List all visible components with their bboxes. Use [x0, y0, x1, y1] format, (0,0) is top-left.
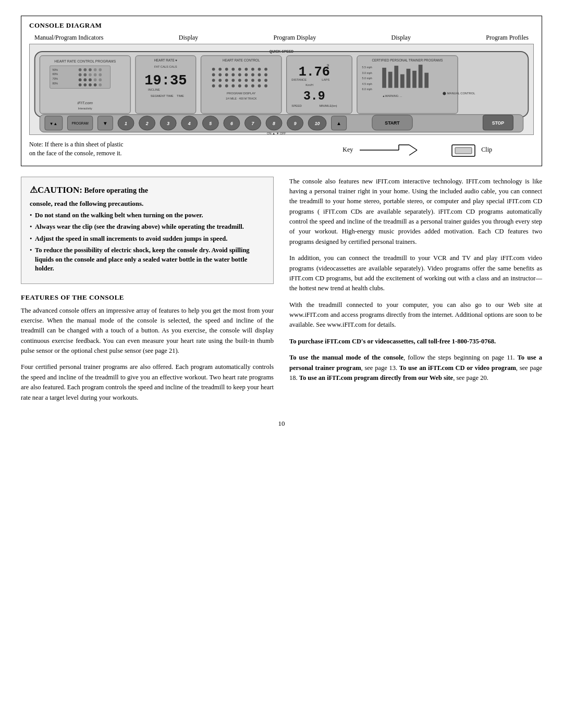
features-title: FEATURES OF THE CONSOLE: [21, 293, 274, 302]
svg-point-41: [225, 68, 228, 71]
svg-text:9: 9: [294, 121, 297, 126]
svg-text:▼: ▼: [103, 120, 108, 126]
svg-text:3.0 mph: 3.0 mph: [362, 71, 372, 75]
caution-title: ⚠CAUTION: Before operating the: [30, 184, 265, 195]
caution-bullet-4: To reduce the possibility of electric sh…: [30, 246, 265, 274]
svg-text:6.0 mph: 6.0 mph: [362, 88, 372, 91]
left-column: ⚠CAUTION: Before operating the console, …: [21, 177, 274, 409]
svg-point-55: [218, 84, 222, 88]
svg-text:SEGMENT TIME: SEGMENT TIME: [151, 94, 174, 97]
key-icon: [357, 142, 420, 158]
svg-point-43: [238, 68, 241, 71]
svg-text:3: 3: [167, 121, 169, 126]
svg-point-47: [231, 73, 235, 77]
svg-point-10: [89, 68, 92, 71]
svg-point-68: [264, 68, 267, 71]
svg-text:INCLINE: INCLINE: [148, 88, 160, 91]
svg-point-12: [99, 68, 102, 71]
clip-icon: [451, 142, 477, 158]
label-manual-program: Manual/Program Indicators: [34, 34, 103, 42]
svg-text:TIME: TIME: [177, 94, 184, 97]
svg-point-73: [258, 84, 261, 88]
svg-text:HEART RATE ♥: HEART RATE ♥: [154, 58, 178, 62]
right-para-3: With the treadmill connected to your com…: [289, 300, 542, 330]
svg-text:▲: ▲: [336, 120, 341, 126]
svg-point-16: [94, 73, 97, 77]
svg-point-42: [231, 68, 235, 71]
svg-point-26: [94, 83, 97, 87]
svg-point-18: [79, 78, 82, 81]
svg-text:6: 6: [230, 121, 233, 126]
caution-rest: Before operating the: [84, 187, 148, 194]
svg-point-52: [231, 79, 235, 82]
svg-point-70: [264, 73, 267, 77]
right-column: The console also features new iFIT.com i…: [289, 177, 542, 409]
svg-point-74: [264, 84, 267, 88]
svg-rect-94: [388, 72, 393, 88]
svg-text:4: 4: [188, 121, 191, 126]
svg-text:Km/H: Km/H: [305, 83, 313, 87]
svg-point-19: [83, 78, 87, 81]
svg-point-64: [251, 79, 254, 82]
svg-point-45: [218, 73, 222, 77]
svg-text:1.76: 1.76: [299, 65, 330, 80]
svg-rect-97: [407, 69, 411, 88]
svg-point-60: [251, 68, 254, 71]
svg-text:5.0 mph: 5.0 mph: [362, 77, 372, 80]
console-diagram-title: CONSOLE DIAGRAM: [29, 21, 534, 30]
svg-rect-95: [394, 66, 398, 88]
svg-point-67: [258, 68, 261, 71]
svg-point-25: [89, 83, 92, 87]
svg-text:50%: 50%: [52, 68, 58, 71]
svg-text:ON ▲  ▼ OFF: ON ▲ ▼ OFF: [267, 132, 286, 134]
svg-point-44: [212, 73, 215, 77]
svg-point-17: [99, 73, 102, 77]
label-display-left: Display: [179, 34, 198, 42]
svg-rect-96: [400, 75, 405, 88]
svg-point-50: [218, 79, 222, 82]
svg-text:⬤ MANUAL CONTROL: ⬤ MANUAL CONTROL: [443, 92, 475, 95]
caution-box: ⚠CAUTION: Before operating the console, …: [21, 177, 274, 284]
svg-text:HEART RATE CONTROL PROGRAMS: HEART RATE CONTROL PROGRAMS: [54, 59, 116, 63]
right-para-1: The console also features new iFIT.com i…: [289, 177, 542, 248]
svg-text:1: 1: [125, 121, 127, 126]
caution-warning-word: ⚠CAUTION:: [30, 185, 82, 195]
svg-point-63: [244, 79, 248, 82]
svg-text:19:35: 19:35: [144, 72, 187, 89]
svg-rect-99: [419, 65, 423, 88]
svg-point-23: [79, 83, 82, 87]
svg-text:3.9: 3.9: [303, 90, 325, 103]
svg-text:START: START: [385, 120, 400, 126]
svg-rect-98: [412, 71, 417, 88]
svg-text:10: 10: [315, 121, 320, 126]
label-display-right: Display: [391, 34, 411, 42]
svg-point-65: [244, 84, 248, 88]
diagram-labels-row: Manual/Program Indicators Display Progra…: [29, 34, 534, 42]
svg-text:8: 8: [273, 121, 275, 126]
svg-point-24: [83, 83, 87, 87]
manual-mode-para: To use the manual mode of the console, f…: [289, 353, 542, 383]
svg-text:60%: 60%: [52, 72, 58, 76]
svg-text:DISTANCE: DISTANCE: [291, 78, 307, 81]
svg-point-71: [258, 79, 261, 82]
right-para-2: In addition, you can connect the treadmi…: [289, 253, 542, 294]
svg-text:LAPS: LAPS: [322, 78, 329, 81]
svg-rect-93: [382, 68, 386, 88]
svg-text:HEART RATE CONTROL: HEART RATE CONTROL: [223, 58, 260, 62]
svg-text:9: 9: [327, 63, 329, 68]
svg-point-54: [212, 84, 215, 88]
svg-text:MIN/MILE(km): MIN/MILE(km): [319, 104, 337, 107]
caution-bullets: Do not stand on the walking belt when tu…: [30, 211, 265, 274]
svg-point-8: [79, 68, 82, 71]
svg-text:CERTIFIED PERSONAL TRAINER PRO: CERTIFIED PERSONAL TRAINER PROGRAMS: [372, 58, 443, 62]
console-diagram-section: CONSOLE DIAGRAM Manual/Program Indicator…: [21, 16, 542, 166]
svg-point-20: [89, 78, 92, 81]
svg-text:PROGRAM: PROGRAM: [71, 121, 88, 125]
clip-area: Clip: [451, 142, 492, 158]
main-content: ⚠CAUTION: Before operating the console, …: [21, 177, 542, 409]
label-program-profiles: Program Profiles: [486, 34, 529, 42]
svg-text:1/4 MILE · 400 M TRACK: 1/4 MILE · 400 M TRACK: [226, 97, 257, 100]
svg-text:▲WARNING: ...: ▲WARNING: ...: [382, 94, 402, 97]
svg-text:70%: 70%: [52, 77, 58, 80]
svg-point-27: [99, 83, 102, 87]
